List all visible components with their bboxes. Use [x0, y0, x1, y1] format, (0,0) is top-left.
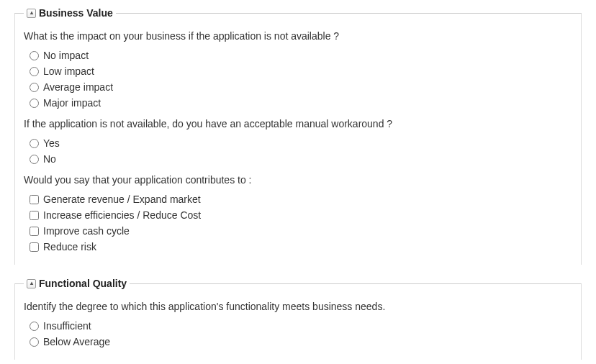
- business-value-legend: ▴ Business Value: [24, 7, 116, 19]
- impact-option-row: Average impact: [24, 79, 572, 95]
- impact-radio-no[interactable]: [30, 51, 39, 60]
- functionality-option-row: Insufficient: [24, 318, 572, 334]
- business-value-section: ▴ Business Value What is the impact on y…: [14, 7, 582, 265]
- business-value-title: Business Value: [39, 7, 113, 19]
- contributes-label-revenue: Generate revenue / Expand market: [43, 194, 201, 205]
- contributes-label-risk: Reduce risk: [43, 241, 96, 252]
- impact-radio-average[interactable]: [30, 83, 39, 92]
- workaround-option-row: Yes: [24, 135, 572, 151]
- impact-radio-major[interactable]: [30, 99, 39, 108]
- impact-option-row: No impact: [24, 47, 572, 63]
- workaround-question: If the application is not available, do …: [24, 118, 572, 129]
- workaround-label-yes: Yes: [43, 137, 60, 149]
- functionality-label-below-average: Below Average: [43, 336, 110, 347]
- contributes-option-row: Generate revenue / Expand market: [24, 191, 572, 207]
- contributes-checkbox-cash[interactable]: [30, 227, 39, 236]
- functionality-radio-insufficient[interactable]: [30, 322, 39, 331]
- impact-label-average: Average impact: [43, 81, 113, 93]
- impact-question: What is the impact on your business if t…: [24, 30, 572, 42]
- workaround-label-no: No: [43, 153, 56, 165]
- functionality-label-insufficient: Insufficient: [43, 320, 91, 332]
- functionality-question: Identify the degree to which this applic…: [24, 301, 572, 312]
- impact-option-row: Major impact: [24, 95, 572, 111]
- impact-label-major: Major impact: [43, 97, 101, 109]
- impact-label-low: Low impact: [43, 65, 94, 77]
- workaround-radio-no[interactable]: [30, 155, 39, 164]
- contributes-label-efficiency: Increase efficiencies / Reduce Cost: [43, 209, 201, 221]
- contributes-option-row: Increase efficiencies / Reduce Cost: [24, 207, 572, 223]
- functional-quality-legend: ▴ Functional Quality: [24, 278, 130, 289]
- contributes-checkbox-efficiency[interactable]: [30, 211, 39, 220]
- collapse-icon[interactable]: ▴: [27, 279, 36, 288]
- contributes-option-row: Improve cash cycle: [24, 223, 572, 239]
- functionality-option-row: Below Average: [24, 334, 572, 350]
- functionality-radio-below-average[interactable]: [30, 337, 39, 347]
- collapse-icon[interactable]: ▴: [27, 9, 36, 18]
- workaround-option-row: No: [24, 151, 572, 167]
- contributes-checkbox-risk[interactable]: [30, 242, 39, 252]
- contributes-checkbox-revenue[interactable]: [30, 195, 39, 204]
- contributes-question: Would you say that your application cont…: [24, 174, 572, 186]
- impact-option-row: Low impact: [24, 63, 572, 79]
- workaround-radio-yes[interactable]: [30, 139, 39, 148]
- contributes-option-row: Reduce risk: [24, 239, 572, 255]
- impact-radio-low[interactable]: [30, 67, 39, 76]
- functional-quality-title: Functional Quality: [39, 278, 127, 289]
- contributes-label-cash: Improve cash cycle: [43, 225, 130, 237]
- functional-quality-section: ▴ Functional Quality Identify the degree…: [14, 278, 582, 360]
- impact-label-no: No impact: [43, 50, 89, 61]
